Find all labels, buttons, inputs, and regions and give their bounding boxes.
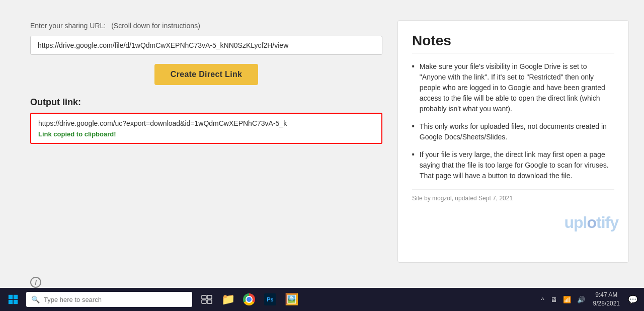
svg-rect-6 — [202, 300, 206, 303]
svg-rect-2 — [9, 300, 13, 304]
photoshop-button[interactable]: Ps — [262, 291, 279, 308]
url-label: Enter your sharing URL: (Scroll down for… — [30, 20, 382, 31]
notes-list: Make sure your file's visibility in Goog… — [412, 61, 614, 181]
system-clock[interactable]: 9:47 AM 9/28/2021 — [590, 291, 623, 308]
create-direct-link-button[interactable]: Create Direct Link — [154, 64, 258, 85]
notes-title: Notes — [412, 33, 614, 53]
taskbar: 🔍 📁 Ps 🖼️ ^ 🖥 📶 — [0, 288, 644, 311]
copied-to-clipboard-text: Link copied to clipboard! — [38, 130, 374, 138]
tray-chevron-icon[interactable]: ^ — [539, 295, 546, 304]
output-label: Output link: — [30, 97, 382, 108]
photoshop-icon: Ps — [264, 293, 276, 305]
svg-rect-3 — [14, 300, 18, 304]
task-view-icon — [201, 295, 212, 304]
photos-button[interactable]: 🖼️ — [283, 291, 300, 308]
notification-icon[interactable]: 💬 — [626, 294, 640, 305]
svg-rect-5 — [207, 295, 212, 299]
svg-rect-7 — [207, 300, 212, 303]
taskbar-search-icon: 🔍 — [31, 295, 40, 303]
taskbar-center-icons: 📁 Ps 🖼️ — [198, 291, 300, 308]
main-content: Enter your sharing URL: (Scroll down for… — [0, 0, 644, 273]
file-explorer-button[interactable]: 📁 — [219, 291, 236, 308]
task-view-button[interactable] — [198, 291, 215, 308]
site-credit: Site by mogzol, updated Sept 7, 2021 — [412, 189, 614, 202]
output-box: Link copied to clipboard! — [30, 113, 382, 144]
info-icon-area: i — [0, 273, 644, 288]
svg-rect-1 — [14, 295, 18, 299]
chrome-icon — [243, 293, 255, 305]
info-icon[interactable]: i — [30, 277, 41, 288]
wifi-icon[interactable]: 📶 — [561, 295, 573, 304]
clock-date: 9/28/2021 — [593, 299, 620, 308]
photos-icon: 🖼️ — [285, 293, 298, 306]
taskbar-search-input[interactable] — [44, 296, 187, 303]
taskbar-search-bar[interactable]: 🔍 — [26, 292, 192, 307]
folder-icon: 📁 — [221, 293, 235, 306]
start-button[interactable] — [4, 290, 22, 308]
left-panel: Enter your sharing URL: (Scroll down for… — [30, 20, 382, 263]
notes-item-1: Make sure your file's visibility in Goog… — [412, 61, 614, 114]
right-panel: Notes Make sure your file's visibility i… — [397, 20, 629, 263]
windows-logo-icon — [8, 294, 18, 304]
taskbar-right: ^ 🖥 📶 🔊 9:47 AM 9/28/2021 💬 — [539, 291, 640, 308]
notes-item-3: If your file is very large, the direct l… — [412, 149, 614, 181]
url-label-sub: (Scroll down for instructions) — [111, 22, 200, 30]
output-link-input[interactable] — [38, 119, 374, 127]
clock-time: 9:47 AM — [593, 291, 620, 299]
url-label-text: Enter your sharing URL: — [30, 22, 106, 30]
uplotify-watermark: uplotify — [564, 213, 618, 232]
notes-item-2: This only works for uploaded files, not … — [412, 121, 614, 142]
system-tray: ^ 🖥 📶 🔊 — [539, 295, 587, 304]
svg-rect-0 — [9, 295, 13, 299]
sharing-url-input[interactable] — [30, 36, 382, 55]
create-btn-label: Create Direct Link — [171, 70, 242, 79]
volume-icon[interactable]: 🔊 — [575, 295, 587, 304]
svg-rect-4 — [202, 295, 206, 299]
network-icon[interactable]: 🖥 — [548, 295, 559, 304]
chrome-button[interactable] — [240, 291, 258, 308]
